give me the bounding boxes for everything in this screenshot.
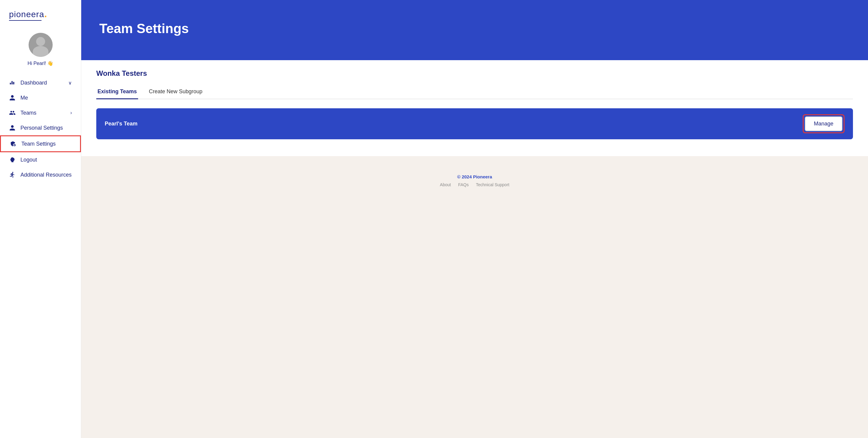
logout-icon [9,156,16,163]
footer-link-about[interactable]: About [440,182,451,187]
footer-link-faqs[interactable]: FAQs [458,182,469,187]
sidebar-item-teams[interactable]: Teams › [0,105,81,120]
sidebar-item-personal-settings-label: Personal Settings [21,125,72,131]
sidebar-item-logout-label: Logout [21,157,72,163]
sidebar-item-team-settings-label: Team Settings [21,141,71,147]
sidebar: pioneera. Hi Pearl! 👋 Dashboard ∨ Me [0,0,81,438]
resources-icon [9,171,16,178]
logo-text: pioneera [9,10,44,19]
manage-button-wrapper: Manage [803,114,844,133]
sidebar-item-me-label: Me [21,95,72,101]
avatar-head [36,37,45,46]
chevron-down-icon: ∨ [68,80,72,86]
gear-person-icon [10,140,17,147]
avatar-body [33,46,49,57]
tab-create-new-subgroup[interactable]: Create New Subgroup [148,85,204,99]
sidebar-item-personal-settings[interactable]: Personal Settings [0,120,81,135]
sidebar-item-additional-resources[interactable]: Additional Resources [0,167,81,182]
tabs: Existing Teams Create New Subgroup [96,85,853,99]
chart-icon [9,80,16,86]
group-name: Wonka Testers [96,69,853,77]
chevron-right-icon: › [70,110,72,116]
sidebar-item-additional-resources-label: Additional Resources [21,172,72,178]
sidebar-item-dashboard[interactable]: Dashboard ∨ [0,75,81,90]
footer-copyright-text: © 2024 [457,174,472,179]
sidebar-item-dashboard-label: Dashboard [21,80,68,86]
avatar-icon [29,33,53,57]
main-content: Team Settings Wonka Testers Existing Tea… [81,0,868,438]
page-header: Team Settings [81,0,868,60]
person-icon [9,94,16,101]
footer-copyright: © 2024 Pioneera [81,174,868,179]
team-name: Pearl's Team [105,121,803,127]
sidebar-item-logout[interactable]: Logout [0,152,81,167]
team-settings-card: Wonka Testers Existing Teams Create New … [81,60,868,156]
greeting: Hi Pearl! 👋 [28,60,54,66]
tab-existing-teams[interactable]: Existing Teams [96,85,138,99]
footer-links: About FAQs Technical Support [81,182,868,187]
page-title: Team Settings [99,21,189,36]
sidebar-item-me[interactable]: Me [0,90,81,105]
avatar-area: Hi Pearl! 👋 [0,26,81,72]
footer-brand: Pioneera [473,174,492,179]
logo-area: pioneera. [0,0,81,26]
navigation: Dashboard ∨ Me Teams › Personal Settings [0,72,81,438]
footer: © 2024 Pioneera About FAQs Technical Sup… [81,156,868,196]
avatar [29,33,53,57]
sidebar-item-team-settings[interactable]: Team Settings [0,135,81,152]
person-settings-icon [9,125,16,131]
footer-link-technical-support[interactable]: Technical Support [476,182,509,187]
team-row: Pearl's Team Manage [96,108,853,139]
manage-button[interactable]: Manage [805,117,842,131]
content-area: Wonka Testers Existing Teams Create New … [81,60,868,438]
logo: pioneera. [9,8,47,20]
logo-dot: . [44,8,47,19]
people-icon [9,110,16,116]
sidebar-item-teams-label: Teams [21,110,70,116]
